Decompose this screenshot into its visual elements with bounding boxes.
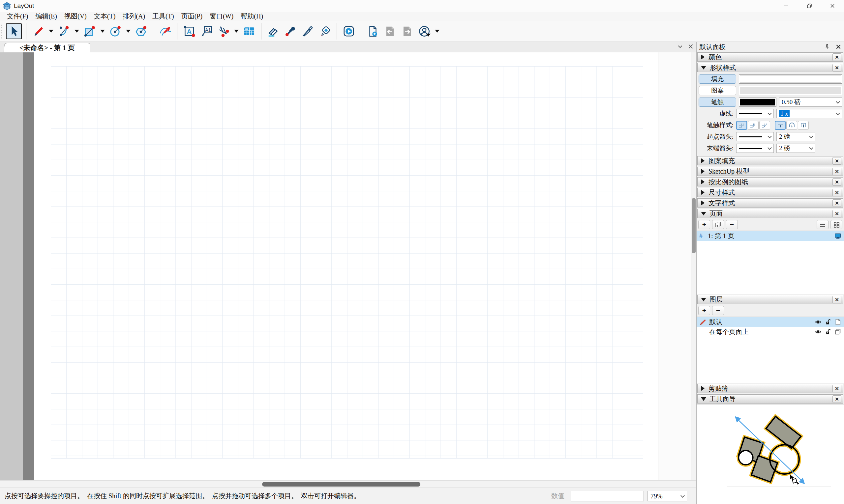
stroke-width-dropdown[interactable]: 0.50 磅 [779,97,842,107]
start-arrow-dropdown[interactable] [736,132,774,141]
menu-help[interactable]: 帮助(H) [237,12,267,21]
start-presentation-button[interactable] [341,23,356,39]
menu-text[interactable]: 文本(T) [90,12,119,21]
end-arrow-dropdown[interactable] [736,144,774,153]
dimension-tool-button[interactable]: 3 [216,23,231,39]
arc-tool-button[interactable] [56,23,71,39]
layer-visible-eye-icon[interactable] [815,319,822,325]
rectangle-tool-dropdown-caret[interactable] [100,30,105,33]
remove-layer-button[interactable]: − [712,306,724,315]
join-miter-button[interactable] [736,121,747,130]
join-bevel-button[interactable] [759,121,770,130]
duplicate-page-button[interactable] [712,220,724,229]
document-tab[interactable]: <未命名> - 第 1 页 [4,43,91,52]
rectangle-tool-button[interactable] [82,23,97,39]
section-header-instructor[interactable]: 工具向导 ✕ [697,394,843,403]
fill-toggle-button[interactable]: 填充 [699,74,736,84]
dimension-tool-dropdown-caret[interactable] [234,30,239,33]
menu-arrange[interactable]: 排列(A) [119,12,149,21]
label-tool-button[interactable]: A1 [199,23,214,39]
close-button[interactable] [821,0,844,12]
page-grid-view-button[interactable] [830,220,842,229]
section-close-button[interactable]: ✕ [832,168,841,175]
account-button[interactable] [417,23,432,39]
section-close-button[interactable]: ✕ [832,178,841,186]
layer-unlocked-icon[interactable] [825,319,831,325]
stroke-toggle-button[interactable]: 笔触 [699,97,736,107]
menu-tools[interactable]: 工具(T) [149,12,178,21]
section-close-button[interactable]: ✕ [832,210,841,217]
pattern-swatch[interactable] [739,86,842,95]
horizontal-scrollbar-thumb[interactable] [262,482,420,487]
end-arrow-size-dropdown[interactable]: 2 磅 [776,144,815,153]
account-dropdown-caret[interactable] [435,30,440,33]
section-header-colors[interactable]: 颜色 ✕ [697,52,843,61]
offset-tool-button[interactable] [158,23,173,39]
stroke-color-swatch[interactable] [739,97,776,107]
layer-unlocked-icon[interactable] [825,328,831,335]
vertical-scrollbar-thumb[interactable] [692,198,696,253]
layer-visible-eye-icon[interactable] [815,328,822,335]
add-page-list-button[interactable]: + [698,220,710,229]
section-header-layers[interactable]: 图层 ✕ [697,295,843,304]
polygon-tool-button[interactable] [134,23,149,39]
pin-icon[interactable] [824,44,830,50]
arc-tool-dropdown-caret[interactable] [74,30,79,33]
dash-scale-dropdown[interactable]: 1 x [776,109,842,118]
layer-row-every-page[interactable]: 在每个页面上 [696,327,844,337]
section-close-button[interactable]: ✕ [832,157,841,165]
circle-tool-button[interactable] [108,23,123,39]
drawing-paper[interactable] [34,52,658,480]
layer-single-page-icon[interactable] [834,319,841,325]
text-tool-button[interactable]: A [182,23,197,39]
section-header-pattern-fill[interactable]: 图案填充 ✕ [697,156,843,165]
dash-pattern-dropdown[interactable] [736,109,774,118]
section-close-button[interactable]: ✕ [832,385,841,392]
previous-page-button[interactable] [382,23,398,39]
page-list-view-button[interactable] [816,220,828,229]
eraser-tool-button[interactable] [266,23,281,39]
layer-shared-pages-icon[interactable] [834,328,841,335]
menu-edit[interactable]: 编辑(E) [32,12,61,21]
layer-row-default[interactable]: 默认 [696,317,844,327]
circle-tool-dropdown-caret[interactable] [126,30,131,33]
section-header-scaled-drawing[interactable]: 按比例的图纸 ✕ [697,177,843,186]
pattern-toggle-button[interactable]: 图案 [699,86,736,95]
join-tool-button[interactable] [317,23,332,39]
section-close-button[interactable]: ✕ [832,189,841,196]
split-tool-button[interactable] [300,23,315,39]
section-header-shape-style[interactable]: 形状样式 ✕ [697,63,843,72]
cap-square-button[interactable] [798,121,809,130]
start-arrow-size-dropdown[interactable]: 2 磅 [776,132,815,141]
section-close-button[interactable]: ✕ [832,199,841,207]
toolbar-overflow-caret[interactable] [426,34,431,37]
add-page-button[interactable] [365,23,380,39]
cap-flat-button[interactable] [775,121,786,130]
menu-file[interactable]: 文件(F) [3,12,32,21]
join-round-button[interactable] [748,121,759,130]
cap-round-button[interactable] [786,121,797,130]
restore-button[interactable] [798,0,821,12]
line-tool-button[interactable] [31,23,46,39]
menu-window[interactable]: 窗口(W) [206,12,237,21]
value-input[interactable] [571,491,644,501]
remove-page-button[interactable]: − [726,220,738,229]
menu-view[interactable]: 视图(V) [61,12,90,21]
minimize-button[interactable] [775,0,798,12]
toolbar-grip-handle[interactable] [1,24,4,39]
tab-list-caret-icon[interactable] [677,43,683,49]
presentation-monitor-icon[interactable] [834,233,841,239]
tab-close-icon[interactable] [688,43,694,49]
next-page-button[interactable] [400,23,415,39]
section-close-button[interactable]: ✕ [832,395,841,403]
table-tool-button[interactable] [242,23,257,39]
vertical-scrollbar[interactable] [691,52,696,480]
panel-close-icon[interactable] [836,44,841,50]
section-header-sketchup-model[interactable]: SketchUp 模型 ✕ [697,167,843,176]
add-layer-button[interactable]: + [698,306,710,315]
section-close-button[interactable]: ✕ [832,296,841,303]
section-close-button[interactable]: ✕ [832,64,841,71]
fill-color-swatch[interactable] [739,74,842,84]
menu-pages[interactable]: 页面(P) [178,12,206,21]
section-header-dimension-style[interactable]: 尺寸样式 ✕ [697,188,843,197]
